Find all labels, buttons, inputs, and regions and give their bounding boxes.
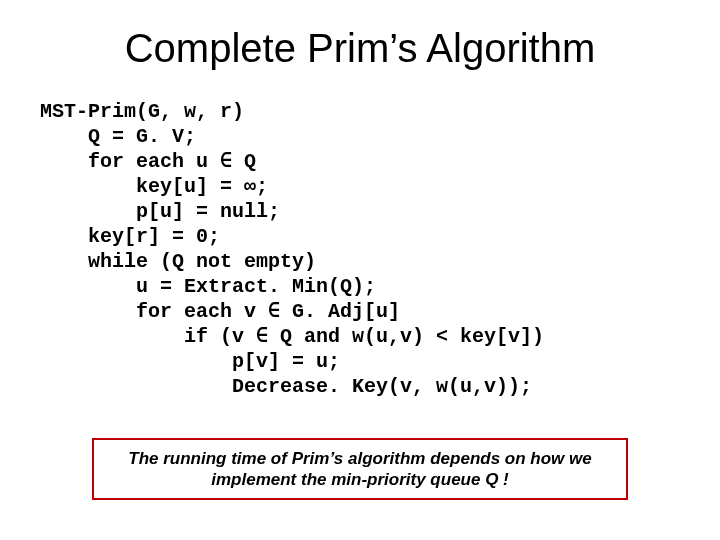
code-line: for each v ∈ G. Adj[u]	[40, 300, 400, 323]
code-line: if (v ∈ Q and w(u,v) < key[v])	[40, 325, 544, 348]
pseudocode-block: MST-Prim(G, w, r) Q = G. V; for each u ∈…	[40, 99, 680, 399]
code-line: p[u] = null;	[40, 200, 280, 223]
note-box: The running time of Prim’s algorithm dep…	[92, 438, 628, 501]
code-line: p[v] = u;	[40, 350, 340, 373]
note-text: The running time of Prim’s algorithm dep…	[104, 448, 616, 491]
code-line: Decrease. Key(v, w(u,v));	[40, 375, 532, 398]
code-line: for each u ∈ Q	[40, 150, 256, 173]
slide: Complete Prim’s Algorithm MST-Prim(G, w,…	[0, 0, 720, 540]
slide-title: Complete Prim’s Algorithm	[40, 26, 680, 71]
code-line: Q = G. V;	[40, 125, 196, 148]
code-line: MST-Prim(G, w, r)	[40, 100, 244, 123]
code-line: while (Q not empty)	[40, 250, 316, 273]
code-line: key[u] = ∞;	[40, 175, 268, 198]
code-line: u = Extract. Min(Q);	[40, 275, 376, 298]
code-line: key[r] = 0;	[40, 225, 220, 248]
